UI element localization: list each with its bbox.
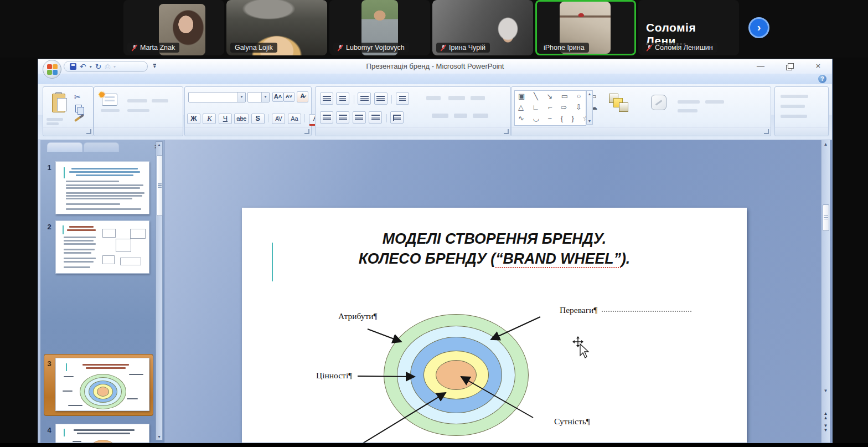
mic-muted-icon [441,44,446,52]
strikethrough-button[interactable]: abc [234,114,249,124]
font-group-label [185,127,311,136]
font-dialog-launcher-icon[interactable] [304,129,309,134]
copy-icon[interactable] [75,105,82,112]
participant-tile-iryna-churii[interactable]: Ірина Чурій [432,0,533,55]
close-button[interactable]: × [812,61,824,71]
scroll-down-icon[interactable]: ▼ [822,388,830,393]
quick-styles-icon[interactable] [651,95,666,110]
clear-formatting-button[interactable]: A̷ [297,91,308,102]
mic-muted-icon [338,44,343,52]
participant-tile-lubomyr[interactable]: Lubomyr Vojtovych [329,0,430,55]
scroll-down-icon[interactable]: ▼ [156,435,162,439]
slide-number: 1 [45,163,53,172]
participant-tile-galyna[interactable]: Galyna Lojik [226,0,327,55]
justify-button[interactable] [369,111,382,124]
slide-thumbnail-3-selected[interactable] [55,358,149,411]
tab-outline[interactable] [84,142,119,152]
thumbnails-scrollbar[interactable]: ▲ ▼ [156,141,163,440]
decrease-indent-button[interactable] [358,93,371,105]
drawing-dialog-launcher-icon[interactable] [764,129,769,134]
main-scrollbar-thumb[interactable] [823,204,829,231]
scroll-up-icon[interactable]: ▲ [156,143,162,147]
wheel-label-essence[interactable]: Сутність¶ [554,417,590,427]
new-slide-button[interactable]: ✹ [102,94,117,106]
thumbnails-scrollbar-thumb[interactable] [157,155,163,216]
participant-label: iPhone Ірина [539,43,589,53]
underline-button[interactable]: Ч [219,114,232,124]
shapes-row-1[interactable]: ▣ ╲ ↘ ▭ ○ ▭ [515,91,586,102]
previous-slide-button[interactable]: ▲▲ [822,412,830,420]
office-button[interactable] [43,60,61,79]
ribbon-group-slides: ✹ [94,86,183,136]
restore-button[interactable] [784,61,797,71]
align-right-button[interactable] [353,111,366,124]
slide-title[interactable]: МОДЕЛІ СТВОРЕННЯ БРЕНДУ. КОЛЕСО БРЕНДУ (… [266,229,723,269]
scroll-up-icon[interactable]: ▲ [822,142,830,147]
undo-icon[interactable]: ↶ [80,63,86,70]
shapes-scroll-down-icon[interactable]: ▼ [588,119,592,123]
participant-tile-iphone-iryna-active-speaker[interactable]: iPhone Ірина [535,0,636,55]
next-slide-button[interactable]: ▼▼ [822,424,830,433]
columns-button[interactable] [390,111,404,124]
title-bar[interactable]: Презентація бренд - Microsoft PowerPoint… [38,59,832,74]
undo-dropdown-caret-icon[interactable]: ▾ [90,64,92,69]
help-icon[interactable]: ? [818,75,826,83]
customize-qat-caret-icon[interactable]: ▾ [153,64,156,69]
wheel-core-essence[interactable] [436,360,477,390]
chevron-right-icon: › [757,21,761,34]
shapes-row-3[interactable]: ∿ ◡ ~ { } ☆ [515,113,586,124]
line-spacing-button[interactable] [396,93,409,105]
main-vertical-scrollbar[interactable]: ▲ ▼ ▲▲ ▼▼ [821,140,830,443]
wheel-label-attributes[interactable]: Атрибути¶ [338,311,378,321]
text-shadow-button[interactable]: S [251,114,265,124]
redo-icon[interactable]: ↻ [95,63,102,70]
participant-tile-marta[interactable]: Marta Znak [123,0,224,55]
shapes-gallery[interactable]: ▣ ╲ ↘ ▭ ○ ▭ △ ∟ ⌐ ⇨ ⇩ ☁ ∿ ◡ ~ { } ☆ [514,90,586,126]
participant-tile-solomiia-video-off[interactable]: Соломія Лени... Соломія Ленишин [638,0,739,55]
numbering-button[interactable] [336,93,349,105]
bold-button[interactable]: Ж [187,114,200,124]
wheel-label-benefits[interactable]: Переваги¶ [560,305,597,315]
save-icon[interactable] [70,63,76,70]
slide-thumbnail-1[interactable] [55,161,149,214]
change-case-button[interactable]: Aa [288,114,301,124]
character-spacing-button[interactable]: AV [272,114,285,124]
font-name-combobox[interactable]: ▾ [188,92,246,102]
print-preview-icon[interactable]: ⎙ [105,63,110,70]
shapes-gallery-scrollbar[interactable]: ▲ ▼ [586,90,593,125]
align-center-button[interactable] [336,111,349,124]
ribbon-tab-row[interactable]: ? [38,74,832,84]
paragraph-dialog-launcher-icon[interactable] [504,129,509,134]
work-area: × 1 2 [38,140,832,443]
slide-thumbnail-4[interactable] [55,424,149,443]
bullets-button[interactable] [320,93,333,105]
bottom-black-bar [0,443,868,447]
next-participants-page-button[interactable]: › [748,17,769,38]
participant-name: iPhone Ірина [544,44,585,52]
shapes-scroll-up-icon[interactable]: ▲ [588,92,592,96]
office-logo-icon [47,64,52,69]
clipboard-dialog-launcher-icon[interactable] [86,129,91,134]
paragraph-group-label [316,127,510,136]
cut-icon[interactable]: ✂ [74,93,81,101]
wheel-label-values[interactable]: Цінності¶ [316,371,352,381]
ribbon-group-paragraph [315,86,511,136]
participant-label: Marta Znak [127,43,179,53]
increase-indent-button[interactable] [374,93,388,105]
slide-canvas[interactable]: МОДЕЛІ СТВОРЕННЯ БРЕНДУ. КОЛЕСО БРЕНДУ (… [242,208,747,443]
shrink-font-button[interactable]: A˅ [283,92,294,102]
print-dropdown-caret-icon[interactable]: ▾ [113,64,116,69]
minimize-button[interactable]: — [755,61,767,71]
tab-slides[interactable] [47,142,82,152]
slide4-diagram [87,440,119,443]
slide-thumbnail-2[interactable] [55,220,149,274]
paste-button[interactable] [52,93,68,114]
format-painter-icon[interactable] [74,116,81,122]
shapes-row-2[interactable]: △ ∟ ⌐ ⇨ ⇩ ☁ [515,102,586,113]
participant-name: Соломія Ленишин [655,44,713,52]
grow-font-button[interactable]: A˄ [272,92,283,102]
font-size-combobox[interactable]: ▾ [247,92,270,102]
align-left-button[interactable] [320,111,333,124]
ribbon-home: ✂ ✹ ▾ ▾ A˄ A˅ A̷ Ж К Ч [38,84,832,140]
italic-button[interactable]: К [203,114,216,124]
